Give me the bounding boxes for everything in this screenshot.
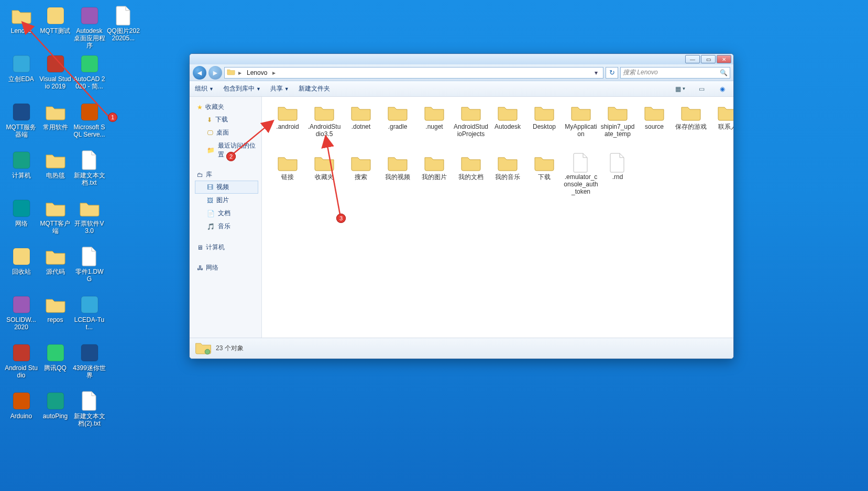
desktop-icon[interactable]: 开票软件V3.0 [72, 197, 106, 242]
help-button[interactable]: ◉ [717, 83, 728, 95]
app-icon [10, 293, 33, 316]
desktop-icon[interactable]: 新建文本文档(2).txt [72, 389, 106, 434]
breadcrumb-item[interactable]: Lenovo [245, 68, 269, 78]
desktop-icon[interactable] [106, 149, 140, 194]
app-icon [10, 101, 33, 124]
desktop-icon[interactable]: Lenovo [4, 4, 38, 49]
sidebar-item[interactable]: 🖵桌面 [195, 126, 258, 139]
desktop-icon[interactable]: 腾讯QQ [38, 341, 72, 386]
desktop-icon[interactable]: repos [38, 293, 72, 338]
desktop-icon[interactable]: autoPing [38, 389, 72, 434]
desktop-icon[interactable]: SOLIDW... 2020 [4, 293, 38, 338]
file-item[interactable]: Desktop [526, 102, 563, 152]
sidebar-item[interactable]: ⬇下载 [195, 113, 258, 126]
sidebar-item-label: 桌面 [216, 128, 229, 137]
file-item[interactable]: 我的文档 [453, 152, 489, 203]
close-button[interactable]: ✕ [717, 55, 731, 63]
file-item[interactable]: .nuget [416, 102, 453, 152]
desktop-icon-label: Android Studio [5, 364, 38, 379]
include-in-library-button[interactable]: 包含到库中▼ [223, 84, 261, 93]
file-item[interactable]: 下载 [526, 152, 563, 203]
desktop-icon[interactable]: 网络 [4, 197, 38, 242]
back-button[interactable]: ◄ [193, 66, 206, 80]
svg-rect-0 [47, 7, 64, 24]
address-bar[interactable]: ▸ Lenovo ▸ ▾ [224, 67, 603, 79]
sidebar-item[interactable]: 🎞视频 [195, 181, 258, 194]
app-icon [78, 101, 101, 124]
file-item[interactable]: 收藏夹 [306, 152, 343, 203]
sidebar-group-favorites[interactable]: ★收藏夹 [195, 101, 258, 113]
desktop-icon[interactable]: Arduino [4, 389, 38, 434]
file-item[interactable]: 我的图片 [416, 152, 453, 203]
minimize-button[interactable]: — [685, 55, 700, 63]
file-label: 我的视频 [380, 173, 415, 181]
file-item[interactable]: .gradle [379, 102, 416, 152]
sidebar-item[interactable]: 📄文档 [195, 207, 258, 220]
file-label: 我的文档 [453, 173, 489, 181]
desktop-icon[interactable]: 电热毯 [38, 149, 72, 194]
desktop-icon[interactable] [106, 197, 140, 242]
desktop-icon-label: 网络 [5, 220, 38, 227]
desktop-icon[interactable]: 常用软件 [38, 101, 72, 146]
sidebar-item[interactable]: 🎵音乐 [195, 220, 258, 233]
file-item[interactable]: source [636, 102, 673, 152]
file-item[interactable]: 联系人 [709, 102, 733, 152]
desktop-icon[interactable] [106, 341, 140, 386]
file-item[interactable]: 我的视频 [379, 152, 416, 203]
file-item[interactable]: shipin7_update_temp [599, 102, 636, 152]
desktop-icon[interactable]: 源代码 [38, 245, 72, 290]
file-item[interactable]: AndroidStudioProjects [453, 102, 489, 152]
desktop-icon-label: QQ图片20220205... [107, 27, 140, 42]
file-list-pane[interactable]: .android.AndroidStudio3.5.dotnet.gradle.… [262, 97, 733, 338]
breadcrumb-sep: ▸ [237, 69, 243, 76]
preview-pane-button[interactable]: ▭ [696, 83, 707, 95]
desktop-icon[interactable]: 零件1.DWG [72, 245, 106, 290]
file-item[interactable]: .AndroidStudio3.5 [306, 102, 343, 152]
desktop-icon[interactable]: QQ图片20220205... [106, 4, 140, 49]
organize-button[interactable]: 组织▼ [195, 84, 214, 93]
file-item[interactable]: 保存的游戏 [673, 102, 709, 152]
file-item[interactable]: 我的音乐 [489, 152, 526, 203]
file-item[interactable]: 搜索 [343, 152, 379, 203]
file-item[interactable]: .dotnet [343, 102, 379, 152]
desktop-icon[interactable] [106, 245, 140, 290]
sidebar-item-network[interactable]: 🖧网络 [195, 262, 258, 274]
desktop-icon[interactable]: LCEDA-Tut... [72, 293, 106, 338]
desktop-icon[interactable] [106, 101, 140, 146]
maximize-button[interactable]: ▭ [701, 55, 716, 63]
view-mode-button[interactable]: ▦▼ [675, 83, 686, 95]
desktop-icon[interactable]: Visual Studio 2019 [38, 52, 72, 97]
desktop-icon[interactable]: MQTT服务器端 [4, 101, 38, 146]
desktop-icon[interactable]: 回收站 [4, 245, 38, 290]
sidebar-item[interactable]: 🖼图片 [195, 194, 258, 207]
desktop-icon[interactable] [106, 389, 140, 434]
share-button[interactable]: 共享▼ [270, 84, 289, 93]
sidebar-item-computer[interactable]: 🖥计算机 [195, 241, 258, 253]
desktop-icon[interactable] [106, 293, 140, 338]
file-item[interactable]: .emulator_console_auth_token [563, 152, 599, 203]
new-folder-button[interactable]: 新建文件夹 [299, 84, 330, 93]
file-item[interactable]: Autodesk [489, 102, 526, 152]
desktop-icon[interactable]: MQTT测试 [38, 4, 72, 49]
file-item[interactable]: 链接 [269, 152, 306, 203]
sidebar-group-libraries[interactable]: 🗀库 [195, 169, 258, 181]
file-item[interactable]: MyApplication [563, 102, 599, 152]
desktop-icon[interactable]: MQTT客户端 [38, 197, 72, 242]
desktop-icon[interactable]: 4399迷你世界 [72, 341, 106, 386]
desktop-icon[interactable]: AutoCAD 2020 - 简... [72, 52, 106, 97]
desktop-icon[interactable]: 立创EDA [4, 52, 38, 97]
desktop-icon[interactable]: 新建文本文档.txt [72, 149, 106, 194]
desktop-icon[interactable] [106, 52, 140, 97]
desktop-icon[interactable]: Android Studio [4, 341, 38, 386]
file-item[interactable]: .rnd [599, 152, 636, 203]
file-item[interactable]: .android [269, 102, 306, 152]
desktop-icon[interactable]: 计算机 [4, 149, 38, 194]
search-input[interactable]: 搜索 Lenovo 🔍 [620, 67, 730, 79]
forward-button[interactable]: ► [208, 66, 222, 80]
address-dropdown[interactable]: ▾ [591, 69, 601, 76]
desktop-icon[interactable]: Autodesk 桌面应用程序 [72, 4, 106, 49]
window-titlebar[interactable]: — ▭ ✕ [190, 54, 733, 64]
annotation-badge-1: 1 [108, 113, 117, 122]
desktop-icon[interactable]: Microsoft SQL Serve... [72, 101, 106, 146]
refresh-button[interactable]: ↻ [606, 67, 618, 79]
